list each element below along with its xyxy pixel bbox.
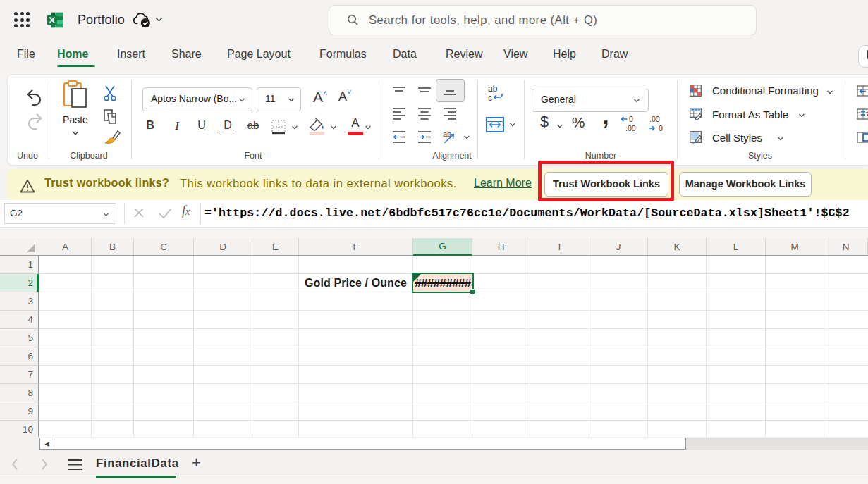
svg-text:0: 0 [629, 115, 633, 123]
svg-text:0: 0 [659, 124, 663, 132]
svg-text:c: c [488, 93, 492, 103]
svg-text:.00: .00 [649, 115, 660, 123]
svg-text:.00: .00 [625, 124, 636, 132]
svg-text:ab: ab [443, 130, 451, 138]
